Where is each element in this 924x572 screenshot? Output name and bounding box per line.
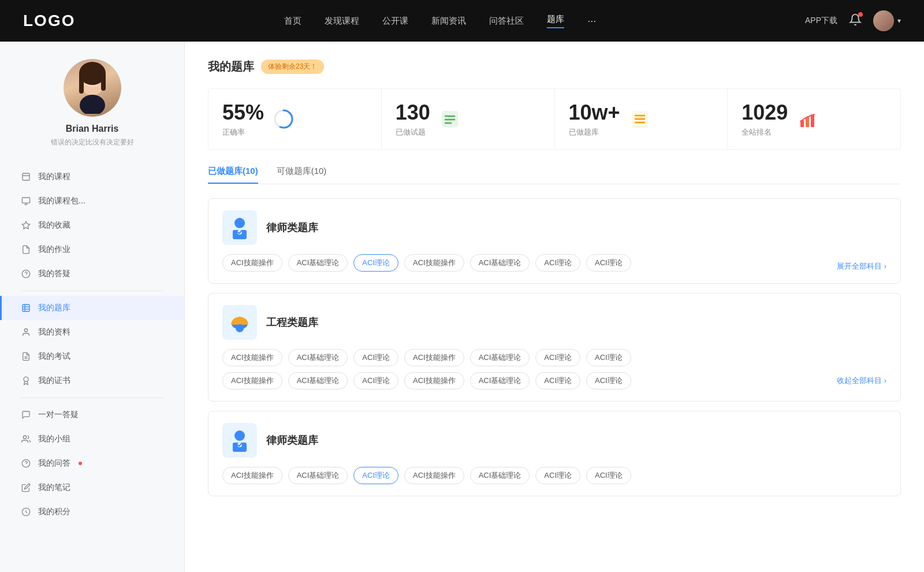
ranking-icon (797, 109, 818, 129)
sidebar-item-favorites[interactable]: 我的收藏 (0, 213, 184, 237)
tag-3-0[interactable]: ACI技能操作 (222, 467, 282, 484)
main-content: 我的题库 体验剩余23天！ 55% 正确率 (185, 42, 924, 572)
nav-home[interactable]: 首页 (284, 16, 301, 27)
tag-3-1[interactable]: ACI基础理论 (288, 467, 348, 484)
tags-row-1: ACI技能操作 ACI基础理论 ACI理论 ACI技能操作 ACI基础理论 AC… (222, 254, 886, 272)
sidebar-item-points[interactable]: 我的积分 (0, 500, 184, 524)
tag-2a-3[interactable]: ACI技能操作 (404, 349, 464, 366)
sidebar-label-notes: 我的笔记 (38, 482, 70, 493)
sidebar-item-certificate[interactable]: 我的证书 (0, 369, 184, 393)
app-download-button[interactable]: APP下载 (805, 16, 837, 26)
tag-3-3[interactable]: ACI技能操作 (404, 467, 464, 484)
tags-row-2b: ACI技能操作 ACI基础理论 ACI理论 ACI技能操作 ACI基础理论 AC… (222, 372, 886, 389)
tag-3-2[interactable]: ACI理论 (353, 467, 398, 484)
svg-rect-14 (23, 304, 29, 311)
sidebar-item-profile[interactable]: 我的资料 (0, 320, 184, 344)
qa-icon (21, 269, 31, 279)
nav-discover[interactable]: 发现课程 (325, 16, 359, 27)
tag-2b-0[interactable]: ACI技能操作 (222, 372, 282, 389)
sidebar-label-qa: 我的答疑 (38, 269, 70, 279)
page-header: 我的题库 体验剩余23天！ (208, 59, 901, 75)
sidebar-item-my-qa[interactable]: 我的问答 (0, 451, 184, 476)
tag-1-5[interactable]: ACI理论 (535, 254, 580, 272)
courses-icon (21, 172, 31, 182)
bank-title-3: 律师类题库 (266, 433, 318, 447)
trial-badge: 体验剩余23天！ (261, 60, 324, 74)
tag-1-6[interactable]: ACI理论 (586, 254, 631, 272)
tag-2b-4[interactable]: ACI基础理论 (470, 372, 530, 389)
profile-icon (21, 327, 31, 337)
sidebar-item-one-on-one[interactable]: 一对一答疑 (0, 403, 184, 427)
tag-1-4[interactable]: ACI基础理论 (470, 254, 530, 272)
tag-2a-2[interactable]: ACI理论 (353, 349, 398, 366)
tab-available-banks[interactable]: 可做题库(10) (277, 166, 327, 184)
tag-1-0[interactable]: ACI技能操作 (222, 254, 282, 272)
sidebar-label-my-qa: 我的问答 (38, 458, 70, 469)
tab-done-banks[interactable]: 已做题库(10) (208, 166, 258, 184)
sidebar-item-exam[interactable]: 我的考试 (0, 344, 184, 369)
tag-1-1[interactable]: ACI基础理论 (288, 254, 348, 272)
svg-rect-6 (23, 173, 29, 180)
menu-divider-2 (21, 398, 163, 398)
tag-2b-2[interactable]: ACI理论 (353, 372, 398, 389)
done-questions-label: 已做试题 (396, 127, 430, 138)
sidebar-item-my-courses[interactable]: 我的课程 (0, 165, 184, 189)
svg-point-22 (23, 436, 26, 439)
svg-point-44 (236, 324, 244, 332)
sidebar: Brian Harris 错误的决定比没有决定要好 我的课程 我的课程包... (0, 42, 185, 572)
tag-2b-3[interactable]: ACI技能操作 (404, 372, 464, 389)
ranking-label: 全站排名 (742, 127, 788, 138)
homework-icon (21, 244, 31, 255)
sidebar-label-course-package: 我的课程包... (38, 196, 85, 206)
question-bank-icon (21, 303, 31, 313)
bank-title-2: 工程类题库 (266, 315, 318, 329)
main-layout: Brian Harris 错误的决定比没有决定要好 我的课程 我的课程包... (0, 42, 924, 572)
tag-1-2[interactable]: ACI理论 (353, 254, 398, 272)
tags-row-2a: ACI技能操作 ACI基础理论 ACI理论 ACI技能操作 ACI基础理论 AC… (222, 349, 886, 366)
tag-3-6[interactable]: ACI理论 (586, 467, 631, 484)
sidebar-label-question-bank: 我的题库 (38, 303, 70, 313)
tag-1-3[interactable]: ACI技能操作 (404, 254, 464, 272)
nav-qa[interactable]: 问答社区 (489, 16, 524, 27)
nav-news[interactable]: 新闻资讯 (431, 16, 466, 27)
tag-2a-1[interactable]: ACI基础理论 (288, 349, 348, 366)
group-icon (21, 434, 31, 444)
stats-row: 55% 正确率 130 已做试题 (208, 88, 901, 150)
collapse-link-2[interactable]: 收起全部科目 › (837, 376, 886, 386)
expand-link-1[interactable]: 展开全部科目 › (837, 261, 886, 272)
svg-point-39 (234, 218, 245, 228)
user-avatar-button[interactable]: ▾ (873, 10, 901, 31)
notification-bell[interactable] (849, 13, 862, 28)
sidebar-label-one-on-one: 一对一答疑 (38, 410, 79, 420)
nav-more[interactable]: ··· (587, 15, 596, 27)
lawyer-icon-1 (222, 210, 257, 245)
nav-open-course[interactable]: 公开课 (382, 16, 408, 27)
tag-3-4[interactable]: ACI基础理论 (470, 467, 530, 484)
tag-2a-5[interactable]: ACI理论 (535, 349, 580, 366)
tag-2b-6[interactable]: ACI理论 (586, 372, 631, 389)
sidebar-item-notes[interactable]: 我的笔记 (0, 476, 184, 500)
done-questions-icon (439, 109, 460, 129)
stat-done-questions-value: 130 已做试题 (396, 101, 430, 138)
tag-2a-0[interactable]: ACI技能操作 (222, 349, 282, 366)
sidebar-label-favorites: 我的收藏 (38, 220, 70, 231)
bank-title-1: 律师类题库 (266, 221, 318, 235)
sidebar-label-group: 我的小组 (38, 434, 70, 444)
sidebar-item-course-package[interactable]: 我的课程包... (0, 189, 184, 213)
sidebar-item-qa[interactable]: 我的答疑 (0, 262, 184, 286)
bank-card-header-3: 律师类题库 (222, 423, 886, 458)
tag-2a-4[interactable]: ACI基础理论 (470, 349, 530, 366)
sidebar-item-homework[interactable]: 我的作业 (0, 237, 184, 262)
profile-section: Brian Harris 错误的决定比没有决定要好 (0, 59, 184, 159)
sidebar-item-group[interactable]: 我的小组 (0, 427, 184, 451)
bank-card-header-2: 工程类题库 (222, 305, 886, 340)
tag-2a-6[interactable]: ACI理论 (586, 349, 631, 366)
tag-2b-5[interactable]: ACI理论 (535, 372, 580, 389)
tag-3-5[interactable]: ACI理论 (535, 467, 580, 484)
tag-2b-1[interactable]: ACI基础理论 (288, 372, 348, 389)
svg-rect-38 (811, 114, 814, 127)
menu-divider-1 (21, 291, 163, 291)
accuracy-icon (273, 109, 294, 129)
nav-question-bank[interactable]: 题库 (547, 14, 564, 28)
sidebar-item-question-bank[interactable]: 我的题库 (0, 296, 184, 320)
